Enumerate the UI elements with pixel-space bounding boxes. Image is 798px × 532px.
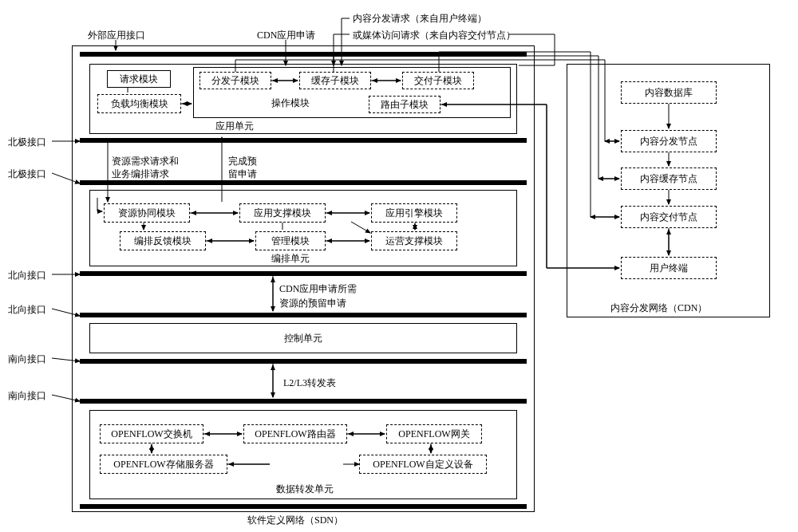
app-engine-module: 应用引擎模块 <box>371 203 457 223</box>
orchestration-req-label: 业务编排请求 <box>112 167 169 181</box>
cdn-reserve-label-1: CDN应用申请所需 <box>279 282 357 296</box>
cache-node-label: 内容缓存节点 <box>640 172 697 186</box>
of-switch-label: OPENFLOW交换机 <box>111 428 192 441</box>
ops-support-module: 运营支撑模块 <box>371 231 457 250</box>
bar-7 <box>80 399 527 404</box>
load-balance-module: 负载均衡模块 <box>97 94 181 113</box>
ops-support-label: 运营支撑模块 <box>385 234 443 248</box>
north-pole-label-1: 北极接口 <box>8 136 46 149</box>
dist-node-label: 内容分发节点 <box>640 135 697 148</box>
route-sub-label: 路由子模块 <box>381 98 429 112</box>
cdn-title: 内容分发网络（CDN） <box>610 301 707 315</box>
l2l3-label: L2/L3转发表 <box>283 376 336 390</box>
complete-reserve-label1: 完成预 <box>228 155 257 168</box>
cdn-reserve-label-2: 资源的预留申请 <box>279 297 346 310</box>
northbound-label-1: 北向接口 <box>8 269 46 282</box>
load-balance-label: 负载均衡模块 <box>111 97 168 111</box>
resource-demand-label: 资源需求请求和 <box>112 155 179 168</box>
resource-coop-label: 资源协同模块 <box>118 207 176 220</box>
of-router: OPENFLOW路由器 <box>243 424 347 443</box>
orch-unit-title: 编排单元 <box>271 252 310 266</box>
deliver-node-label: 内容交付节点 <box>640 211 697 224</box>
of-router-label: OPENFLOW路由器 <box>255 428 335 441</box>
southbound-label-2: 南向接口 <box>8 389 46 403</box>
media-access-req-label: 或媒体访问请求（来自内容交付节点） <box>353 29 516 42</box>
app-unit-title: 应用单元 <box>215 120 254 133</box>
operation-module-title: 操作模块 <box>271 97 310 110</box>
of-storage: OPENFLOW存储服务器 <box>100 455 227 474</box>
dispatch-sub-module: 分发子模块 <box>200 72 271 89</box>
deliver-node: 内容交付节点 <box>621 206 717 228</box>
content-dist-req-label: 内容分发请求（来自用户终端） <box>353 12 487 26</box>
orch-feedback-label: 编排反馈模块 <box>134 234 192 248</box>
app-engine-label: 应用引擎模块 <box>385 207 443 220</box>
of-custom: OPENFLOW自定义设备 <box>359 455 487 474</box>
deliver-sub-module: 交付子模块 <box>402 72 474 89</box>
of-gateway: OPENFLOW网关 <box>386 424 482 443</box>
request-module-label: 请求模块 <box>120 73 158 86</box>
bar-6 <box>80 359 527 364</box>
user-terminal-label: 用户终端 <box>650 262 688 275</box>
bar-4 <box>80 271 527 276</box>
bar-5 <box>80 313 527 317</box>
dispatch-sub-label: 分发子模块 <box>211 74 259 88</box>
northbound-label-2: 北向接口 <box>8 303 46 317</box>
content-db-label: 内容数据库 <box>645 86 693 100</box>
control-unit-label: 控制单元 <box>284 332 322 345</box>
resource-coop-module: 资源协同模块 <box>104 203 190 223</box>
external-interface-label: 外部应用接口 <box>88 29 145 42</box>
dist-node: 内容分发节点 <box>621 130 717 152</box>
complete-reserve-label2: 留申请 <box>228 167 257 181</box>
deliver-sub-label: 交付子模块 <box>414 74 462 88</box>
bar-8 <box>80 504 527 509</box>
mgmt-label: 管理模块 <box>271 234 310 248</box>
sdn-title: 软件定义网络（SDN） <box>247 514 343 527</box>
app-support-label: 应用支撑模块 <box>254 207 311 220</box>
bar-1 <box>80 52 527 57</box>
control-unit: 控制单元 <box>89 323 517 353</box>
cache-sub-module: 缓存子模块 <box>299 72 371 89</box>
route-sub-module: 路由子模块 <box>369 96 440 113</box>
user-terminal: 用户终端 <box>621 257 717 279</box>
southbound-label-1: 南向接口 <box>8 353 46 366</box>
content-db: 内容数据库 <box>621 81 717 104</box>
of-switch: OPENFLOW交换机 <box>100 424 203 443</box>
cache-node: 内容缓存节点 <box>621 167 717 190</box>
orch-feedback-module: 编排反馈模块 <box>120 231 206 250</box>
of-storage-label: OPENFLOW存储服务器 <box>113 458 213 471</box>
of-gateway-label: OPENFLOW网关 <box>398 428 469 441</box>
mgmt-module: 管理模块 <box>255 231 326 250</box>
bar-2 <box>80 138 527 143</box>
app-support-module: 应用支撑模块 <box>239 203 326 223</box>
forward-unit-title: 数据转发单元 <box>276 483 334 496</box>
cache-sub-label: 缓存子模块 <box>311 74 359 88</box>
cdn-app-request-label: CDN应用申请 <box>257 29 315 42</box>
request-module: 请求模块 <box>107 70 171 88</box>
of-custom-label: OPENFLOW自定义设备 <box>373 458 472 471</box>
north-pole-label-2: 北极接口 <box>8 167 46 181</box>
